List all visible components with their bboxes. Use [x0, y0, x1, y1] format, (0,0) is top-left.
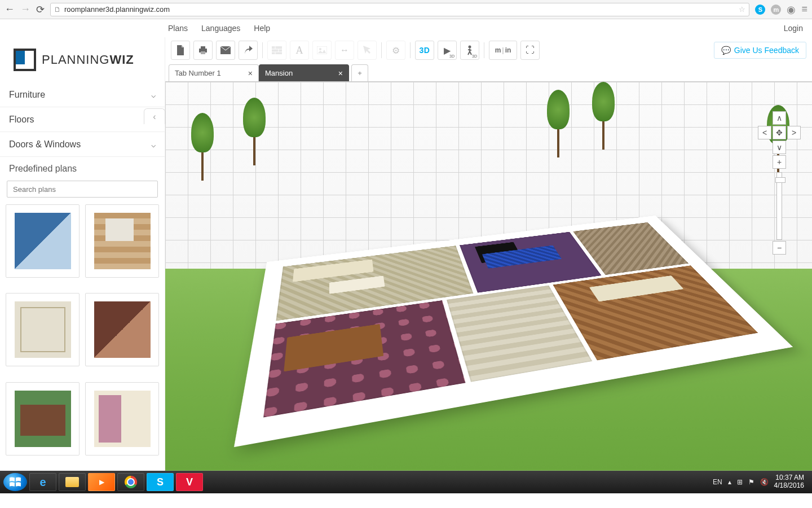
- taskbar: e S V EN ▴ ⊞ ⚑ 🔇 10:37 AM 4/18/2016: [0, 471, 812, 493]
- search-input[interactable]: [7, 181, 158, 198]
- menu-bar: Plans Languages Help Login: [0, 19, 812, 37]
- taskbar-app-icon[interactable]: V: [176, 473, 203, 491]
- search-container: [7, 181, 158, 198]
- category-label: Furniture: [9, 90, 45, 100]
- svg-point-7: [469, 46, 471, 49]
- nav-left-button[interactable]: <: [758, 126, 771, 139]
- taskbar-skype-icon[interactable]: S: [147, 473, 174, 491]
- menu-plans[interactable]: Plans: [168, 24, 188, 33]
- plan-thumbnail[interactable]: [6, 293, 80, 366]
- close-icon[interactable]: ×: [338, 69, 343, 78]
- tray-chevron-icon[interactable]: ▴: [728, 478, 731, 486]
- browser-toolbar: ← → ⟳ 🗋 roomplanner3d.planningwiz.com ☆ …: [0, 0, 812, 19]
- zoom-slider[interactable]: [776, 172, 782, 240]
- zoom-in-button[interactable]: +: [773, 155, 786, 169]
- taskbar-media-icon[interactable]: [88, 473, 115, 491]
- view-3d-button[interactable]: 3D: [415, 41, 434, 60]
- clock-time: 10:37 AM: [774, 474, 804, 482]
- viewport-3d[interactable]: ∧ < ✥ > ∨ + −: [165, 81, 812, 471]
- select-tool-button[interactable]: [358, 41, 377, 60]
- sidebar-category-doors-windows[interactable]: Doors & Windows ⌵: [0, 132, 165, 157]
- close-icon[interactable]: ×: [248, 69, 253, 78]
- extension-misc-icon[interactable]: ◉: [787, 3, 796, 16]
- svg-rect-4: [272, 46, 282, 54]
- image-tool-button[interactable]: [312, 41, 332, 60]
- nav-up-button[interactable]: ∧: [773, 111, 786, 125]
- language-indicator[interactable]: EN: [713, 478, 722, 486]
- menu-languages[interactable]: Languages: [201, 24, 240, 33]
- navigation-pad: ∧ < ✥ > ∨ + −: [758, 111, 801, 255]
- page-icon: 🗋: [54, 6, 61, 14]
- back-button[interactable]: ←: [5, 3, 15, 15]
- clock-date: 4/18/2016: [774, 482, 804, 490]
- zoom-out-button[interactable]: −: [773, 241, 786, 255]
- share-button[interactable]: [239, 41, 258, 60]
- extension-m-icon[interactable]: m: [771, 5, 781, 15]
- comment-icon: 💬: [721, 46, 731, 55]
- address-bar[interactable]: 🗋 roomplanner3d.planningwiz.com ☆: [50, 3, 749, 16]
- clock[interactable]: 10:37 AM 4/18/2016: [774, 474, 804, 490]
- plan-tabs: Tab Number 1 × Mansion × +: [165, 63, 812, 81]
- main-area: ‹ PLANNINGWIZ Furniture ⌵ Floors ⌵ Doors…: [0, 37, 812, 471]
- play-3d-button[interactable]: ▶: [438, 41, 457, 60]
- sidebar: PLANNINGWIZ Furniture ⌵ Floors ⌵ Doors &…: [0, 37, 165, 471]
- text-tool-button[interactable]: A: [290, 41, 309, 60]
- svg-rect-1: [201, 46, 205, 49]
- sidebar-collapse-toggle[interactable]: ‹: [144, 108, 165, 124]
- chrome-menu-icon[interactable]: ≡: [801, 3, 807, 15]
- plan-tab[interactable]: Tab Number 1 ×: [169, 64, 259, 81]
- svg-rect-2: [201, 51, 205, 54]
- plan-thumbnail[interactable]: [6, 382, 80, 456]
- login-link[interactable]: Login: [784, 24, 803, 33]
- svg-point-6: [319, 48, 321, 50]
- tray-action-center-icon[interactable]: ⊞: [737, 478, 743, 486]
- print-button[interactable]: [193, 41, 213, 60]
- url-text: roomplanner3d.planningwiz.com: [64, 5, 170, 14]
- add-tab-button[interactable]: +: [351, 64, 368, 81]
- menu-help[interactable]: Help: [254, 24, 270, 33]
- taskbar-chrome-icon[interactable]: [117, 473, 144, 491]
- tree-decoration: [592, 82, 615, 150]
- dimension-tool-button[interactable]: ↔: [335, 41, 354, 60]
- walk-3d-button[interactable]: [460, 41, 479, 60]
- taskbar-ie-icon[interactable]: e: [29, 473, 56, 491]
- chevron-down-icon: ⌵: [151, 90, 156, 99]
- plan-thumbnail[interactable]: [85, 293, 159, 366]
- tree-decoration: [191, 113, 214, 181]
- nav-center-button[interactable]: ✥: [773, 126, 786, 139]
- plan-thumbnail[interactable]: [85, 204, 159, 278]
- sidebar-category-furniture[interactable]: Furniture ⌵: [0, 82, 165, 107]
- fullscreen-button[interactable]: ⛶: [520, 41, 540, 60]
- tray-flag-icon[interactable]: ⚑: [748, 478, 754, 486]
- nav-right-button[interactable]: >: [787, 126, 801, 139]
- system-tray: EN ▴ ⊞ ⚑ 🔇 10:37 AM 4/18/2016: [713, 474, 809, 490]
- start-button[interactable]: [3, 473, 27, 491]
- feedback-button[interactable]: 💬 Give Us Feedback: [714, 42, 806, 59]
- feedback-label: Give Us Feedback: [734, 46, 799, 55]
- wall-tool-button[interactable]: [267, 41, 286, 60]
- predefined-plans-title: Predefined plans: [0, 157, 165, 181]
- logo-text: PLANNINGWIZ: [42, 52, 134, 67]
- settings-button[interactable]: ⚙: [386, 41, 405, 60]
- units-m: m: [495, 46, 501, 54]
- units-toggle[interactable]: m|in: [489, 41, 517, 60]
- tab-label: Mansion: [265, 69, 293, 77]
- bookmark-star-icon[interactable]: ☆: [739, 5, 745, 14]
- reload-button[interactable]: ⟳: [36, 3, 45, 16]
- sidebar-category-floors[interactable]: Floors ⌵: [0, 107, 165, 132]
- plan-tab[interactable]: Mansion ×: [259, 64, 349, 81]
- new-file-button[interactable]: [171, 41, 190, 60]
- email-button[interactable]: [216, 41, 235, 60]
- tray-volume-icon[interactable]: 🔇: [760, 478, 769, 486]
- plan-thumbnail[interactable]: [85, 382, 159, 456]
- canvas-panel: A ↔ ⚙ 3D ▶ m|in ⛶ 💬 Give Us Feedback: [165, 37, 812, 471]
- plan-thumbnail[interactable]: [6, 204, 80, 278]
- forward-button[interactable]: →: [20, 3, 30, 15]
- category-label: Floors: [9, 115, 34, 125]
- tree-decoration: [547, 90, 570, 157]
- taskbar-explorer-icon[interactable]: [59, 473, 86, 491]
- nav-down-button[interactable]: ∨: [773, 141, 786, 154]
- extension-skype-icon[interactable]: S: [755, 5, 765, 15]
- tab-label: Tab Number 1: [175, 69, 221, 77]
- plans-grid: [0, 204, 165, 471]
